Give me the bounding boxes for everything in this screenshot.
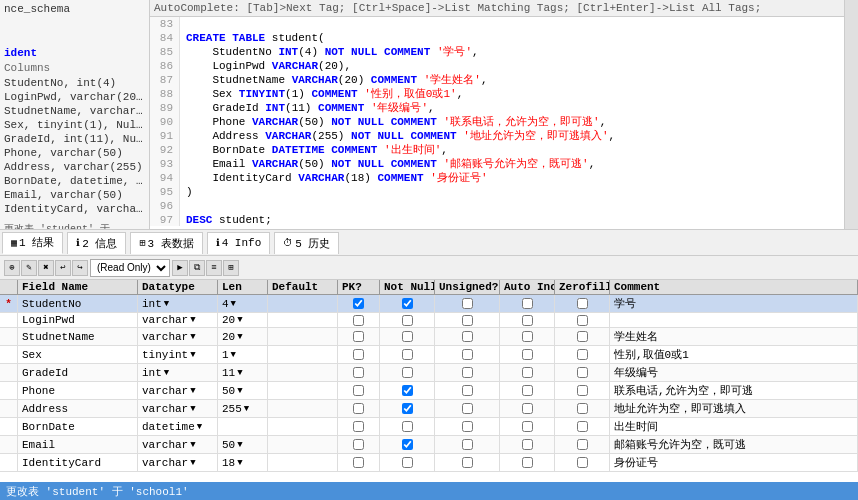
notnull-cell[interactable]	[380, 400, 435, 417]
default-cell[interactable]	[268, 313, 338, 327]
default-cell[interactable]	[268, 328, 338, 345]
zerofill-checkbox[interactable]	[577, 439, 588, 450]
unsigned-cell[interactable]	[435, 418, 500, 435]
unsigned-cell[interactable]	[435, 328, 500, 345]
dropdown-arrow-icon[interactable]: ▼	[237, 386, 242, 396]
dropdown-arrow-icon[interactable]: ▼	[237, 332, 242, 342]
zerofill-checkbox[interactable]	[577, 385, 588, 396]
dropdown-arrow-icon[interactable]: ▼	[190, 350, 195, 360]
autoinc-checkbox[interactable]	[522, 349, 533, 360]
autoinc-cell[interactable]	[500, 364, 555, 381]
default-cell[interactable]	[268, 382, 338, 399]
comment-cell[interactable]: 学生姓名	[610, 328, 858, 345]
autoinc-cell[interactable]	[500, 400, 555, 417]
comment-cell[interactable]: 出生时间	[610, 418, 858, 435]
comment-cell[interactable]: 地址允许为空，即可逃填入	[610, 400, 858, 417]
dropdown-arrow-icon[interactable]: ▼	[237, 368, 242, 378]
zerofill-checkbox[interactable]	[577, 315, 588, 326]
zerofill-cell[interactable]	[555, 364, 610, 381]
table-row[interactable]: Addressvarchar ▼255 ▼地址允许为空，即可逃填入	[0, 400, 858, 418]
toolbar-icon[interactable]: ≡	[206, 260, 222, 276]
zerofill-checkbox[interactable]	[577, 457, 588, 468]
autoinc-cell[interactable]	[500, 295, 555, 312]
pk-checkbox[interactable]	[353, 403, 364, 414]
dropdown-arrow-icon[interactable]: ▼	[164, 368, 169, 378]
datatype-cell[interactable]: int ▼	[138, 295, 218, 312]
default-cell[interactable]	[268, 364, 338, 381]
dropdown-arrow-icon[interactable]: ▼	[231, 299, 236, 309]
pk-cell[interactable]	[338, 328, 380, 345]
dropdown-arrow-icon[interactable]: ▼	[237, 440, 242, 450]
unsigned-checkbox[interactable]	[462, 315, 473, 326]
notnull-checkbox[interactable]	[402, 385, 413, 396]
zerofill-checkbox[interactable]	[577, 367, 588, 378]
zerofill-cell[interactable]	[555, 313, 610, 327]
zerofill-cell[interactable]	[555, 436, 610, 453]
dropdown-arrow-icon[interactable]: ▼	[237, 315, 242, 325]
default-cell[interactable]	[268, 295, 338, 312]
datatype-cell[interactable]: varchar ▼	[138, 436, 218, 453]
autoinc-checkbox[interactable]	[522, 385, 533, 396]
default-cell[interactable]	[268, 436, 338, 453]
table-row[interactable]: LoginPwdvarchar ▼20 ▼	[0, 313, 858, 328]
notnull-cell[interactable]	[380, 382, 435, 399]
unsigned-checkbox[interactable]	[462, 457, 473, 468]
autoinc-checkbox[interactable]	[522, 331, 533, 342]
toolbar-icon[interactable]: ✎	[21, 260, 37, 276]
readonly-select[interactable]: (Read Only)	[90, 259, 170, 277]
pk-cell[interactable]	[338, 418, 380, 435]
comment-cell[interactable]: 身份证号	[610, 454, 858, 471]
datatype-cell[interactable]: varchar ▼	[138, 400, 218, 417]
field-name-cell[interactable]: Email	[18, 436, 138, 453]
len-cell[interactable]: 255 ▼	[218, 400, 268, 417]
unsigned-cell[interactable]	[435, 364, 500, 381]
notnull-checkbox[interactable]	[402, 421, 413, 432]
autoinc-checkbox[interactable]	[522, 421, 533, 432]
zerofill-cell[interactable]	[555, 328, 610, 345]
field-name-cell[interactable]: Phone	[18, 382, 138, 399]
notnull-cell[interactable]	[380, 346, 435, 363]
field-name-cell[interactable]: GradeId	[18, 364, 138, 381]
default-cell[interactable]	[268, 400, 338, 417]
dropdown-arrow-icon[interactable]: ▼	[190, 386, 195, 396]
len-cell[interactable]: 1 ▼	[218, 346, 268, 363]
notnull-checkbox[interactable]	[402, 403, 413, 414]
pk-checkbox[interactable]	[353, 349, 364, 360]
dropdown-arrow-icon[interactable]: ▼	[190, 315, 195, 325]
autoinc-checkbox[interactable]	[522, 298, 533, 309]
zerofill-cell[interactable]	[555, 454, 610, 471]
autoinc-cell[interactable]	[500, 436, 555, 453]
table-row[interactable]: Sextinyint ▼1 ▼性别,取值0或1	[0, 346, 858, 364]
autoinc-cell[interactable]	[500, 346, 555, 363]
notnull-checkbox[interactable]	[402, 331, 413, 342]
unsigned-checkbox[interactable]	[462, 367, 473, 378]
pk-checkbox[interactable]	[353, 367, 364, 378]
notnull-cell[interactable]	[380, 328, 435, 345]
len-cell[interactable]: 50 ▼	[218, 382, 268, 399]
len-cell[interactable]: 20 ▼	[218, 313, 268, 327]
pk-checkbox[interactable]	[353, 385, 364, 396]
notnull-cell[interactable]	[380, 364, 435, 381]
unsigned-cell[interactable]	[435, 436, 500, 453]
table-row[interactable]: IdentityCardvarchar ▼18 ▼身份证号	[0, 454, 858, 472]
table-row[interactable]: GradeIdint ▼11 ▼年级编号	[0, 364, 858, 382]
pk-checkbox[interactable]	[353, 439, 364, 450]
unsigned-checkbox[interactable]	[462, 439, 473, 450]
datatype-cell[interactable]: varchar ▼	[138, 382, 218, 399]
pk-cell[interactable]	[338, 346, 380, 363]
notnull-cell[interactable]	[380, 313, 435, 327]
notnull-checkbox[interactable]	[402, 457, 413, 468]
autoinc-cell[interactable]	[500, 418, 555, 435]
pk-checkbox[interactable]	[353, 298, 364, 309]
zerofill-checkbox[interactable]	[577, 349, 588, 360]
field-name-cell[interactable]: IdentityCard	[18, 454, 138, 471]
len-cell[interactable]: 20 ▼	[218, 328, 268, 345]
unsigned-checkbox[interactable]	[462, 421, 473, 432]
toolbar-icon[interactable]: ↪	[72, 260, 88, 276]
notnull-checkbox[interactable]	[402, 315, 413, 326]
pk-checkbox[interactable]	[353, 331, 364, 342]
zerofill-cell[interactable]	[555, 295, 610, 312]
unsigned-cell[interactable]	[435, 382, 500, 399]
comment-cell[interactable]: 年级编号	[610, 364, 858, 381]
comment-cell[interactable]: 邮箱账号允许为空，既可逃	[610, 436, 858, 453]
